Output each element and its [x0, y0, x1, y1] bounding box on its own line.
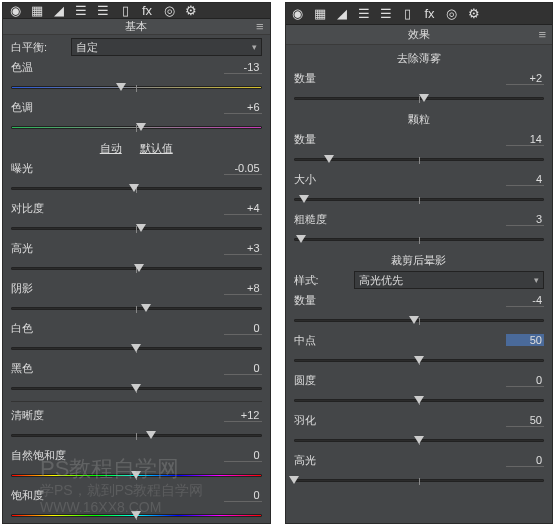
right-icon-bar: ◉ ▦ ◢ ☰ ☰ ▯ fx ◎ ⚙ [286, 3, 553, 25]
sliders-icon[interactable]: ⚙ [466, 6, 482, 21]
crop-icon[interactable]: ▦ [29, 3, 45, 18]
fx-icon[interactable]: fx [139, 3, 155, 18]
redeye-icon[interactable]: ☰ [95, 3, 111, 18]
chevron-down-icon: ▾ [252, 42, 257, 52]
slider-value[interactable]: +2 [506, 72, 544, 85]
wb-label: 白平衡: [11, 40, 67, 55]
slider-label: 色调 [11, 100, 67, 115]
slider-label: 粗糙度 [294, 212, 350, 227]
slider-l10[interactable] [11, 508, 262, 522]
aperture-icon[interactable]: ◉ [7, 3, 23, 18]
slider-label: 数量 [294, 132, 350, 147]
slider-grain_rough[interactable] [294, 232, 545, 246]
slider-label: 自然饱和度 [11, 448, 67, 463]
slider-label: 白色 [11, 321, 67, 336]
menu-icon[interactable]: ≡ [538, 27, 546, 42]
slider-value[interactable]: 0 [224, 322, 262, 335]
section-dehaze: 去除薄雾 [294, 47, 545, 68]
slider-vig_mid[interactable] [294, 353, 545, 367]
slider-label: 阴影 [11, 281, 67, 296]
slider-value[interactable]: 50 [506, 414, 544, 427]
default-link[interactable]: 默认值 [140, 141, 173, 156]
slider-label: 黑色 [11, 361, 67, 376]
slider-label: 圆度 [294, 373, 350, 388]
slider-value[interactable]: 0 [224, 449, 262, 462]
slider-value[interactable]: +3 [224, 242, 262, 255]
slider-l7[interactable] [11, 381, 262, 395]
slider-value[interactable]: -4 [506, 294, 544, 307]
slider-value[interactable]: 14 [506, 133, 544, 146]
slider-label: 对比度 [11, 201, 67, 216]
slider-value[interactable]: 0 [506, 454, 544, 467]
slider-label: 羽化 [294, 413, 350, 428]
slider-label: 高光 [11, 241, 67, 256]
slider-value[interactable]: +12 [224, 409, 262, 422]
slider-value[interactable]: +6 [224, 101, 262, 114]
redeye-icon[interactable]: ☰ [378, 6, 394, 21]
slider-grain_size[interactable] [294, 192, 545, 206]
slider-label: 饱和度 [11, 488, 67, 503]
left-icon-bar: ◉ ▦ ◢ ☰ ☰ ▯ fx ◎ ⚙ [3, 3, 270, 19]
slider-value[interactable]: 0 [224, 362, 262, 375]
slider-value[interactable]: -13 [224, 61, 262, 74]
wb-select[interactable]: 自定 ▾ [71, 38, 262, 56]
slider-l5[interactable] [11, 301, 262, 315]
slider-label: 清晰度 [11, 408, 67, 423]
straighten-icon[interactable]: ◢ [51, 3, 67, 18]
slider-label: 数量 [294, 71, 350, 86]
chevron-down-icon: ▾ [534, 275, 539, 285]
auto-link[interactable]: 自动 [100, 141, 122, 156]
slider-label: 曝光 [11, 161, 67, 176]
slider-l6[interactable] [11, 341, 262, 355]
adjust-icon[interactable]: ▯ [400, 6, 416, 21]
sliders-icon[interactable]: ⚙ [183, 3, 199, 18]
slider-value[interactable]: 0 [506, 374, 544, 387]
slider-value[interactable]: 3 [506, 213, 544, 226]
slider-l9[interactable] [11, 468, 262, 482]
slider-l8[interactable] [11, 428, 262, 442]
slider-vig_round[interactable] [294, 393, 545, 407]
section-vignette: 裁剪后晕影 [294, 249, 545, 270]
crop-icon[interactable]: ▦ [312, 6, 328, 21]
slider-vig_amount[interactable] [294, 313, 545, 327]
slider-vig_highlight[interactable] [294, 473, 545, 487]
slider-dehaze[interactable] [294, 91, 545, 105]
slider-vig_feather[interactable] [294, 433, 545, 447]
spot-icon[interactable]: ☰ [356, 6, 372, 21]
slider-label: 数量 [294, 293, 350, 308]
style-value: 高光优先 [359, 273, 403, 288]
slider-value[interactable]: +4 [224, 202, 262, 215]
straighten-icon[interactable]: ◢ [334, 6, 350, 21]
slider-grain_amount[interactable] [294, 152, 545, 166]
slider-l3[interactable] [11, 221, 262, 235]
spot-icon[interactable]: ☰ [73, 3, 89, 18]
wb-value: 自定 [76, 40, 98, 55]
slider-l1[interactable] [11, 120, 262, 134]
effects-panel: ◉ ▦ ◢ ☰ ☰ ▯ fx ◎ ⚙ 效果 ≡ 去除薄雾 数量+2 颗粒 数量1… [285, 2, 554, 524]
slider-value[interactable]: 50 [506, 334, 544, 346]
slider-value[interactable]: 0 [224, 489, 262, 502]
slider-label: 高光 [294, 453, 350, 468]
panel-title: 效果 [408, 27, 430, 42]
panel-title: 基本 [125, 19, 147, 34]
slider-value[interactable]: -0.05 [224, 162, 262, 175]
slider-value[interactable]: +8 [224, 282, 262, 295]
slider-l2[interactable] [11, 181, 262, 195]
slider-label: 中点 [294, 333, 350, 348]
slider-label: 大小 [294, 172, 350, 187]
fx-icon[interactable]: fx [422, 6, 438, 21]
slider-value[interactable]: 4 [506, 173, 544, 186]
section-grain: 颗粒 [294, 108, 545, 129]
style-select[interactable]: 高光优先 ▾ [354, 271, 545, 289]
slider-l0[interactable] [11, 80, 262, 94]
style-label: 样式: [294, 273, 350, 288]
menu-icon[interactable]: ≡ [256, 19, 264, 34]
aperture-icon[interactable]: ◉ [290, 6, 306, 21]
basic-panel: ◉ ▦ ◢ ☰ ☰ ▯ fx ◎ ⚙ 基本 ≡ 白平衡: 自定 ▾ 色温-13色… [2, 2, 271, 524]
slider-l4[interactable] [11, 261, 262, 275]
camera-icon[interactable]: ◎ [444, 6, 460, 21]
adjust-icon[interactable]: ▯ [117, 3, 133, 18]
slider-label: 色温 [11, 60, 67, 75]
camera-icon[interactable]: ◎ [161, 3, 177, 18]
